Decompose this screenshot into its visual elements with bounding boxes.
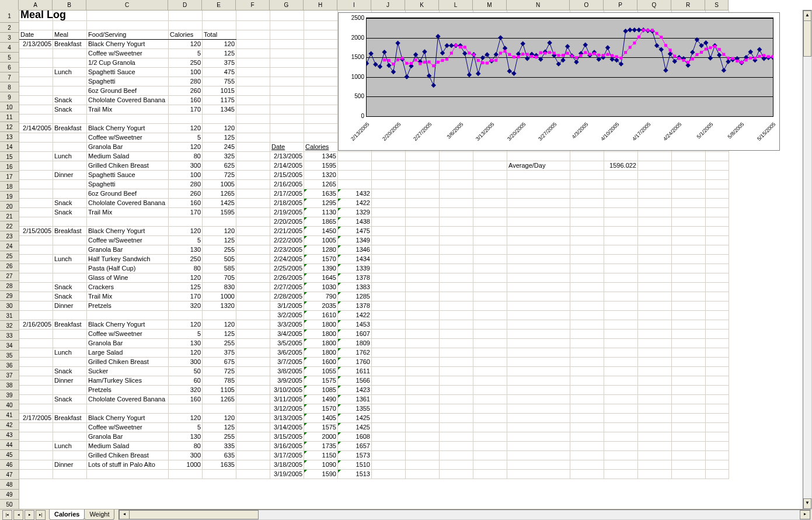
cell-I40[interactable]: 1566 — [338, 376, 372, 386]
cell-B15[interactable] — [53, 143, 87, 152]
cell-H3[interactable] — [304, 30, 338, 40]
cell-R47[interactable] — [672, 442, 706, 451]
cell-C27[interactable]: Half Turkey Sandwich — [87, 255, 169, 264]
cell-D48[interactable]: 300 — [169, 451, 203, 460]
cell-J31[interactable] — [372, 292, 406, 301]
cell-C38[interactable]: Grilled Chiken Breast — [87, 358, 169, 367]
cell-B43[interactable] — [53, 404, 87, 414]
cell-C47[interactable]: Medium Salad — [87, 442, 169, 451]
cell-M35[interactable] — [473, 330, 507, 339]
cell-S50[interactable] — [706, 470, 729, 479]
column-header-P[interactable]: P — [604, 0, 637, 10]
cell-O26[interactable] — [570, 245, 604, 255]
scroll-thumb-vertical[interactable] — [803, 20, 811, 57]
cell-H14[interactable] — [304, 133, 338, 143]
cell-O22[interactable] — [570, 208, 604, 217]
cell-A37[interactable] — [19, 348, 53, 358]
row-header-39[interactable]: 39 — [0, 390, 19, 400]
cell-I31[interactable]: 1285 — [338, 292, 372, 301]
cell-N40[interactable] — [507, 376, 570, 386]
cell-H39[interactable]: 1055 — [304, 367, 338, 376]
cell-D31[interactable]: 170 — [169, 292, 203, 301]
cell-S45[interactable] — [706, 423, 729, 432]
cell-N42[interactable] — [507, 395, 570, 404]
row-header-34[interactable]: 34 — [0, 341, 19, 351]
cell-I29[interactable]: 1378 — [338, 273, 372, 283]
cell-S37[interactable] — [706, 348, 729, 358]
cell-B11[interactable]: Snack — [53, 105, 87, 115]
cell-G21[interactable]: 2/18/2005 — [270, 199, 304, 208]
cell-A5[interactable] — [19, 49, 53, 58]
cell-D3[interactable]: Calories — [169, 30, 203, 40]
cell-C24[interactable]: Black Cherry Yogurt — [87, 227, 169, 236]
cell-J16[interactable] — [372, 152, 406, 161]
cell-S29[interactable] — [706, 273, 729, 283]
cell-L18[interactable] — [440, 171, 473, 180]
cell-J26[interactable] — [372, 245, 406, 255]
cell-S18[interactable] — [706, 171, 729, 180]
cell-O37[interactable] — [570, 348, 604, 358]
cell-K26[interactable] — [406, 245, 440, 255]
cell-N30[interactable] — [507, 283, 570, 292]
cell-R16[interactable] — [672, 152, 706, 161]
cell-O29[interactable] — [570, 273, 604, 283]
cell-M17[interactable] — [473, 161, 507, 171]
cell-E29[interactable]: 705 — [203, 273, 236, 283]
cell-R40[interactable] — [672, 376, 706, 386]
cell-B2[interactable] — [53, 21, 87, 30]
cell-F2[interactable] — [236, 21, 270, 30]
cell-O25[interactable] — [570, 236, 604, 245]
cell-G32[interactable]: 3/1/2005 — [270, 301, 304, 311]
cell-A12[interactable] — [19, 115, 53, 124]
cell-C22[interactable]: Trail Mix — [87, 208, 169, 217]
cell-Q16[interactable] — [638, 152, 672, 161]
cell-D19[interactable]: 280 — [169, 180, 203, 189]
cell-O24[interactable] — [570, 227, 604, 236]
row-header-49[interactable]: 49 — [0, 490, 19, 500]
cell-G34[interactable]: 3/3/2005 — [270, 320, 304, 330]
cell-A49[interactable] — [19, 460, 53, 470]
cell-C7[interactable]: Spaghetti Sauce — [87, 68, 169, 77]
cell-M39[interactable] — [473, 367, 507, 376]
cell-B47[interactable]: Lunch — [53, 442, 87, 451]
row-header-4[interactable]: 4 — [0, 43, 19, 53]
cell-B25[interactable] — [53, 236, 87, 245]
cell-N23[interactable] — [507, 217, 570, 227]
cell-P22[interactable] — [604, 208, 638, 217]
row-header-24[interactable]: 24 — [0, 241, 19, 251]
cell-Q42[interactable] — [638, 395, 672, 404]
cell-F11[interactable] — [236, 105, 270, 115]
row-header-38[interactable]: 38 — [0, 380, 19, 390]
cell-F44[interactable] — [236, 414, 270, 423]
cell-C14[interactable]: Coffee w/Sweetner — [87, 133, 169, 143]
cell-R45[interactable] — [672, 423, 706, 432]
cell-H12[interactable] — [304, 115, 338, 124]
cell-A32[interactable] — [19, 301, 53, 311]
cell-C29[interactable]: Glass of Wine — [87, 273, 169, 283]
cell-E44[interactable]: 120 — [203, 414, 236, 423]
cell-L32[interactable] — [440, 301, 473, 311]
cell-C41[interactable]: Pretzels — [87, 386, 169, 395]
cell-H40[interactable]: 1575 — [304, 376, 338, 386]
cell-G9[interactable] — [270, 86, 304, 96]
cell-E16[interactable]: 325 — [203, 152, 236, 161]
cell-O35[interactable] — [570, 330, 604, 339]
cell-B10[interactable]: Snack — [53, 96, 87, 105]
cell-L47[interactable] — [440, 442, 473, 451]
cell-F27[interactable] — [236, 255, 270, 264]
cell-D22[interactable]: 170 — [169, 208, 203, 217]
cell-E10[interactable]: 1175 — [203, 96, 236, 105]
cell-F47[interactable] — [236, 442, 270, 451]
cell-D16[interactable]: 80 — [169, 152, 203, 161]
row-header-16[interactable]: 16 — [0, 162, 19, 172]
cell-H24[interactable]: 1450 — [304, 227, 338, 236]
cell-E47[interactable]: 335 — [203, 442, 236, 451]
cell-P33[interactable] — [604, 311, 638, 320]
cell-B12[interactable] — [53, 115, 87, 124]
cell-D28[interactable]: 80 — [169, 264, 203, 273]
cell-G39[interactable]: 3/8/2005 — [270, 367, 304, 376]
cell-E45[interactable]: 125 — [203, 423, 236, 432]
cell-B42[interactable]: Snack — [53, 395, 87, 404]
cell-A6[interactable] — [19, 58, 53, 68]
cell-Q48[interactable] — [638, 451, 672, 460]
